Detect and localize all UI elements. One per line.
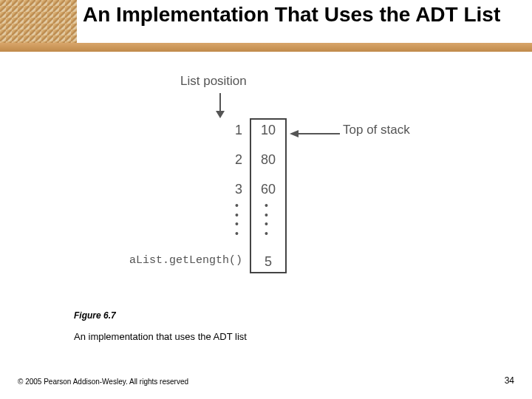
position-3: 3: [229, 182, 242, 197]
figure-diagram: List position Top of stack 1 10 2 80 3 6…: [89, 74, 458, 296]
value-3: 60: [257, 182, 279, 197]
value-1: 10: [257, 123, 279, 138]
value-2: 80: [257, 152, 279, 168]
list-position-label: List position: [180, 74, 247, 89]
figure-label: Figure 6.7: [74, 310, 116, 321]
svg-marker-1: [216, 111, 225, 118]
position-1: 1: [229, 123, 242, 138]
bottom-position-expression: aList.getLength(): [89, 254, 242, 267]
position-2: 2: [229, 152, 242, 168]
ellipsis-values: ••••: [265, 201, 268, 238]
slide-number: 34: [505, 375, 514, 386]
svg-marker-3: [290, 130, 299, 137]
header-accent-band: [0, 43, 532, 52]
figure-caption: An implementation that uses the ADT list: [74, 331, 247, 342]
slide-title: An Implementation That Uses the ADT List: [83, 3, 511, 27]
top-of-stack-label: Top of stack: [343, 123, 410, 137]
arrow-down-icon: [213, 93, 228, 118]
bottom-value: 5: [257, 254, 279, 270]
ellipsis-positions: ••••: [235, 201, 239, 238]
arrow-left-icon: [290, 129, 340, 139]
copyright-text: © 2005 Pearson Addison-Wesley. All right…: [18, 378, 188, 386]
